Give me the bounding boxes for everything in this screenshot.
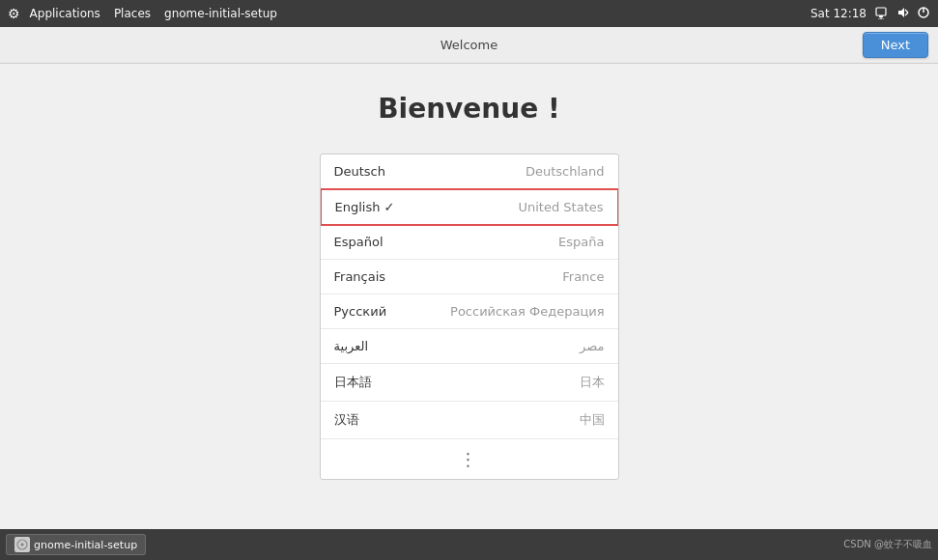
language-name: Deutsch bbox=[334, 164, 386, 179]
svg-rect-1 bbox=[879, 15, 883, 17]
language-list: DeutschDeutschlandEnglish ✓United States… bbox=[320, 154, 619, 480]
svg-line-6 bbox=[905, 13, 908, 15]
welcome-heading: Bienvenue ! bbox=[378, 93, 559, 125]
language-region: مصر bbox=[580, 339, 604, 353]
language-name: العربية bbox=[334, 339, 369, 353]
taskbar-watermark: CSDN @蚊子不吸血 bbox=[843, 538, 932, 551]
language-name: Français bbox=[334, 269, 386, 284]
language-name: Español bbox=[334, 235, 384, 249]
language-row[interactable]: العربيةمصر bbox=[321, 329, 618, 364]
apps-menu-icon[interactable]: ⚙ bbox=[6, 4, 22, 23]
language-name: Русский bbox=[334, 304, 387, 319]
svg-line-5 bbox=[905, 10, 908, 13]
language-name: English ✓ bbox=[335, 200, 395, 214]
app-menu[interactable]: gnome-initial-setup bbox=[158, 5, 283, 22]
language-region: 中国 bbox=[580, 411, 605, 429]
language-region: United States bbox=[518, 200, 603, 214]
language-region: Deutschland bbox=[526, 164, 605, 179]
language-region: Российская Федерация bbox=[450, 304, 604, 319]
language-row[interactable]: DeutschDeutschland bbox=[321, 154, 618, 189]
topbar-right: Sat 12:18 bbox=[810, 4, 932, 24]
system-tray bbox=[872, 4, 932, 24]
language-more-button[interactable]: ⋮ bbox=[321, 439, 618, 479]
language-row[interactable]: English ✓United States bbox=[320, 188, 619, 226]
language-row[interactable]: FrançaisFrance bbox=[321, 260, 618, 294]
window-titlebar: Welcome Next bbox=[0, 27, 938, 64]
window: Welcome Next Bienvenue ! DeutschDeutschl… bbox=[0, 27, 938, 529]
power-icon[interactable] bbox=[915, 4, 932, 24]
taskbar-app-label: gnome-initial-setup bbox=[34, 539, 137, 551]
clock: Sat 12:18 bbox=[810, 7, 867, 20]
taskbar-app-icon bbox=[14, 537, 30, 552]
language-name: 日本語 bbox=[334, 374, 372, 391]
language-region: España bbox=[558, 235, 604, 249]
applications-menu[interactable]: Applications bbox=[24, 5, 106, 22]
places-menu[interactable]: Places bbox=[108, 5, 156, 22]
language-row[interactable]: 汉语中国 bbox=[321, 402, 618, 439]
network-icon[interactable] bbox=[872, 4, 890, 24]
svg-rect-0 bbox=[876, 8, 886, 15]
topbar-left: ⚙ Applications Places gnome-initial-setu… bbox=[6, 4, 283, 23]
language-region: France bbox=[562, 269, 604, 284]
language-name: 汉语 bbox=[334, 411, 359, 429]
language-row[interactable]: EspañolEspaña bbox=[321, 225, 618, 260]
taskbar: gnome-initial-setup CSDN @蚊子不吸血 bbox=[0, 529, 938, 560]
language-region: 日本 bbox=[580, 374, 605, 391]
taskbar-app-button[interactable]: gnome-initial-setup bbox=[6, 534, 146, 555]
svg-marker-4 bbox=[898, 8, 904, 17]
next-button[interactable]: Next bbox=[863, 32, 928, 58]
sound-icon[interactable] bbox=[894, 4, 911, 24]
content-area: Bienvenue ! DeutschDeutschlandEnglish ✓U… bbox=[0, 64, 938, 529]
window-title: Welcome bbox=[441, 38, 497, 52]
language-row[interactable]: РусскийРоссийская Федерация bbox=[321, 294, 618, 329]
language-row[interactable]: 日本語日本 bbox=[321, 364, 618, 402]
topbar: ⚙ Applications Places gnome-initial-setu… bbox=[0, 0, 938, 27]
